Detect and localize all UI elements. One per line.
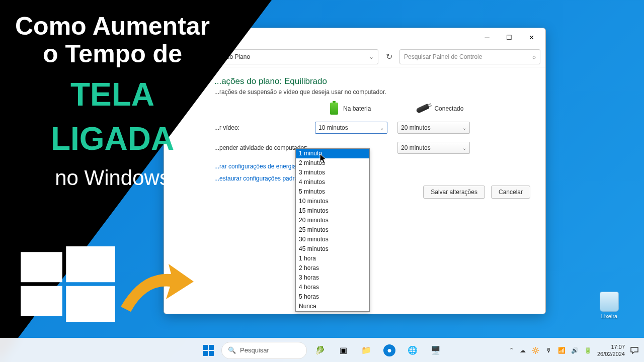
system-tray: ⌃ ☁ 🔆 🎙 📶 🔊 🔋 17:07 26/02/2024 [509, 343, 639, 357]
select-display-plugged[interactable]: 20 minutos⌄ [397, 122, 470, 134]
language-icon[interactable]: 🔆 [532, 347, 540, 354]
dropdown-option[interactable]: 5 minutos [296, 187, 369, 197]
dropdown-option[interactable]: 2 horas [296, 263, 369, 273]
close-button[interactable]: ✕ [521, 30, 541, 44]
dropdown-option[interactable]: 25 minutos [296, 225, 369, 235]
svg-rect-0 [21, 252, 62, 282]
mic-icon[interactable]: 🎙 [545, 347, 553, 354]
promo-text: Como Aumentar o Tempo de TELA LIGADA no … [15, 13, 210, 190]
taskbar-chrome[interactable]: 🌐 [403, 340, 423, 360]
battery-icon [330, 103, 338, 115]
start-button[interactable] [198, 340, 218, 360]
dropdown-option[interactable]: 10 minutos [296, 197, 369, 206]
dialog-buttons: Salvar alterações Cancelar [423, 186, 530, 199]
refresh-button[interactable]: ↻ [382, 50, 395, 63]
time-dropdown[interactable]: 1 minuto2 minutos3 minutos4 minutos5 min… [295, 148, 370, 312]
dropdown-option[interactable]: 3 horas [296, 273, 369, 283]
dropdown-option[interactable]: 4 minutos [296, 177, 369, 187]
volume-icon[interactable]: 🔊 [571, 347, 579, 354]
plug-icon [416, 104, 430, 114]
save-button[interactable]: Salvar alterações [423, 186, 485, 199]
dropdown-option[interactable]: 45 minutos [296, 244, 369, 254]
notification-icon[interactable] [630, 346, 639, 355]
clock-date: 26/02/2024 [597, 350, 625, 357]
svg-rect-2 [21, 286, 62, 316]
cancel-button[interactable]: Cancelar [491, 186, 530, 199]
taskbar-center: 🔍 Pesquisar 🥬 ▣ 📁 ● 🌐 🖥️ [198, 340, 446, 360]
promo-suffix: no Windows [15, 166, 210, 190]
onedrive-icon[interactable]: ☁ [519, 347, 527, 354]
taskbar-search[interactable]: 🔍 Pesquisar [221, 342, 307, 359]
start-icon [203, 345, 214, 356]
dropdown-option[interactable]: 30 minutos [296, 235, 369, 244]
svg-rect-1 [66, 246, 115, 282]
minimize-button[interactable]: ─ [477, 30, 497, 44]
dropdown-option[interactable]: 4 horas [296, 283, 369, 292]
clock-time: 17:07 [597, 343, 625, 350]
select-display-battery[interactable]: 10 minutos⌄ [315, 122, 387, 134]
taskbar-explorer[interactable]: 📁 [356, 340, 376, 360]
maximize-button[interactable]: ☐ [499, 30, 519, 44]
dropdown-option[interactable]: Nunca [296, 302, 369, 311]
taskbar-control-panel[interactable]: 🖥️ [426, 340, 446, 360]
battery-icon[interactable]: 🔋 [584, 347, 592, 354]
promo-line1: Como Aumentar [15, 13, 210, 40]
promo-highlight1: TELA [15, 77, 210, 112]
clock[interactable]: 17:07 26/02/2024 [597, 343, 625, 357]
dropdown-option[interactable]: 2 minutos [296, 158, 369, 168]
chevron-down-icon: ⌄ [380, 125, 384, 131]
search-input[interactable]: Pesquisar Painel de Controle ⌕ [399, 49, 540, 64]
dropdown-option[interactable]: 20 minutos [296, 216, 369, 225]
taskbar: 🔍 Pesquisar 🥬 ▣ 📁 ● 🌐 🖥️ ⌃ ☁ 🔆 🎙 📶 🔊 🔋 1… [0, 338, 644, 362]
dropdown-option[interactable]: 1 hora [296, 254, 369, 263]
chevron-down-icon[interactable]: ⌄ [369, 53, 374, 60]
cursor-icon [319, 153, 329, 166]
dropdown-option[interactable]: 3 minutos [296, 168, 369, 177]
promo-line2: o Tempo de [15, 40, 210, 68]
select-sleep-plugged[interactable]: 20 minutos⌄ [397, 142, 470, 154]
taskbar-taskview[interactable]: ▣ [333, 340, 353, 360]
plugged-header: Conectado [416, 105, 463, 112]
dropdown-option[interactable]: 5 horas [296, 292, 369, 302]
taskbar-app-blue[interactable]: ● [379, 340, 399, 360]
recycle-bin-label: Lixeira [600, 313, 619, 319]
power-mode-header: Na bateria Conectado [330, 103, 530, 115]
windows-logo-icon [20, 246, 116, 324]
search-placeholder: Pesquisar Painel de Controle [404, 53, 482, 60]
recycle-bin[interactable]: Lixeira [600, 292, 619, 319]
wifi-icon[interactable]: 📶 [558, 347, 566, 354]
dropdown-option[interactable]: 1 minuto [296, 149, 369, 158]
promo-highlight2: LIGADA [15, 121, 210, 156]
search-icon: ⌕ [532, 53, 536, 60]
chevron-down-icon: ⌄ [462, 125, 466, 131]
recycle-bin-icon [600, 292, 619, 312]
tray-chevron-icon[interactable]: ⌃ [509, 347, 514, 353]
battery-header: Na bateria [330, 103, 371, 115]
svg-rect-3 [66, 286, 115, 322]
dropdown-option[interactable]: 15 minutos [296, 206, 369, 216]
taskbar-app-widget[interactable]: 🥬 [310, 340, 330, 360]
chevron-down-icon: ⌄ [462, 145, 466, 151]
search-icon: 🔍 [228, 346, 236, 354]
arrow-icon [116, 251, 196, 324]
